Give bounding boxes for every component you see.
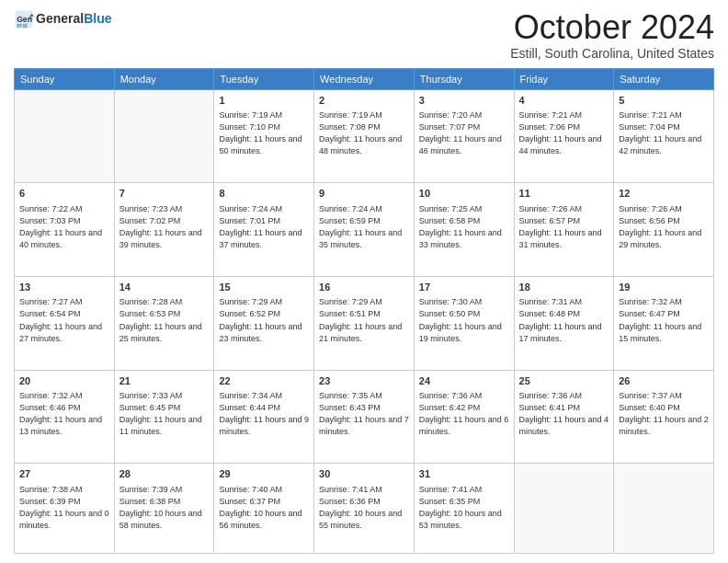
day-number: 7 — [119, 187, 210, 201]
day-number: 12 — [619, 187, 709, 201]
day-info: Sunrise: 7:29 AM Sunset: 6:51 PM Dayligh… — [319, 296, 409, 344]
day-number: 16 — [319, 281, 409, 294]
day-number: 14 — [119, 281, 210, 294]
table-row — [15, 89, 115, 183]
day-number: 2 — [319, 94, 409, 108]
table-row: 17Sunrise: 7:30 AM Sunset: 6:50 PM Dayli… — [414, 277, 514, 371]
col-wednesday: Wednesday — [314, 68, 415, 89]
table-row: 26Sunrise: 7:37 AM Sunset: 6:40 PM Dayli… — [614, 370, 714, 464]
table-row: 2Sunrise: 7:19 AM Sunset: 7:08 PM Daylig… — [314, 89, 415, 183]
day-number: 4 — [519, 94, 609, 108]
day-number: 18 — [519, 281, 609, 294]
day-info: Sunrise: 7:36 AM Sunset: 6:42 PM Dayligh… — [419, 390, 509, 438]
col-thursday: Thursday — [414, 68, 514, 89]
table-row: 31Sunrise: 7:41 AM Sunset: 6:35 PM Dayli… — [414, 464, 514, 554]
table-row: 5Sunrise: 7:21 AM Sunset: 7:04 PM Daylig… — [614, 89, 714, 183]
day-number: 9 — [319, 187, 409, 201]
table-row: 18Sunrise: 7:31 AM Sunset: 6:48 PM Dayli… — [514, 277, 614, 371]
day-info: Sunrise: 7:26 AM Sunset: 6:57 PM Dayligh… — [519, 203, 609, 251]
table-row: 4Sunrise: 7:21 AM Sunset: 7:06 PM Daylig… — [514, 89, 614, 183]
table-row: 12Sunrise: 7:26 AM Sunset: 6:56 PM Dayli… — [614, 183, 714, 277]
day-info: Sunrise: 7:20 AM Sunset: 7:07 PM Dayligh… — [419, 109, 509, 157]
table-row: 29Sunrise: 7:40 AM Sunset: 6:37 PM Dayli… — [214, 464, 314, 554]
day-number: 1 — [219, 94, 309, 108]
day-info: Sunrise: 7:38 AM Sunset: 6:39 PM Dayligh… — [19, 484, 109, 532]
logo-general-text: General — [36, 11, 84, 26]
table-row: 3Sunrise: 7:20 AM Sunset: 7:07 PM Daylig… — [414, 89, 514, 183]
logo: Gen eral GeneralBlue — [14, 9, 111, 29]
day-number: 29 — [219, 467, 309, 481]
day-info: Sunrise: 7:36 AM Sunset: 6:41 PM Dayligh… — [519, 390, 609, 438]
calendar-week-row: 27Sunrise: 7:38 AM Sunset: 6:39 PM Dayli… — [15, 464, 714, 554]
calendar-week-row: 1Sunrise: 7:19 AM Sunset: 7:10 PM Daylig… — [15, 89, 714, 183]
table-row: 16Sunrise: 7:29 AM Sunset: 6:51 PM Dayli… — [314, 277, 415, 371]
day-number: 27 — [19, 467, 109, 481]
col-monday: Monday — [114, 68, 214, 89]
table-row: 25Sunrise: 7:36 AM Sunset: 6:41 PM Dayli… — [514, 370, 614, 464]
day-info: Sunrise: 7:37 AM Sunset: 6:40 PM Dayligh… — [619, 390, 709, 438]
table-row: 7Sunrise: 7:23 AM Sunset: 7:02 PM Daylig… — [114, 183, 214, 277]
day-number: 21 — [119, 374, 210, 388]
day-info: Sunrise: 7:32 AM Sunset: 6:47 PM Dayligh… — [619, 296, 709, 344]
day-number: 26 — [619, 374, 709, 388]
day-info: Sunrise: 7:29 AM Sunset: 6:52 PM Dayligh… — [219, 296, 309, 344]
day-number: 24 — [419, 374, 509, 388]
table-row: 20Sunrise: 7:32 AM Sunset: 6:46 PM Dayli… — [15, 370, 115, 464]
day-info: Sunrise: 7:19 AM Sunset: 7:08 PM Dayligh… — [319, 109, 409, 157]
day-info: Sunrise: 7:28 AM Sunset: 6:53 PM Dayligh… — [119, 296, 210, 344]
table-row: 11Sunrise: 7:26 AM Sunset: 6:57 PM Dayli… — [514, 183, 614, 277]
calendar-week-row: 13Sunrise: 7:27 AM Sunset: 6:54 PM Dayli… — [15, 277, 714, 371]
day-number: 15 — [219, 281, 309, 294]
day-number: 23 — [319, 374, 409, 388]
calendar-week-row: 20Sunrise: 7:32 AM Sunset: 6:46 PM Dayli… — [15, 370, 714, 464]
day-info: Sunrise: 7:24 AM Sunset: 6:59 PM Dayligh… — [319, 203, 409, 251]
page: Gen eral GeneralBlue October 2024 Estill… — [0, 0, 728, 563]
day-info: Sunrise: 7:21 AM Sunset: 7:06 PM Dayligh… — [519, 109, 609, 157]
month-title: October 2024 — [510, 9, 714, 46]
table-row: 24Sunrise: 7:36 AM Sunset: 6:42 PM Dayli… — [414, 370, 514, 464]
table-row: 6Sunrise: 7:22 AM Sunset: 7:03 PM Daylig… — [15, 183, 115, 277]
day-info: Sunrise: 7:41 AM Sunset: 6:35 PM Dayligh… — [419, 484, 509, 532]
day-number: 10 — [419, 187, 509, 201]
table-row: 1Sunrise: 7:19 AM Sunset: 7:10 PM Daylig… — [214, 89, 314, 183]
day-number: 3 — [419, 94, 509, 108]
table-row: 9Sunrise: 7:24 AM Sunset: 6:59 PM Daylig… — [314, 183, 415, 277]
day-info: Sunrise: 7:32 AM Sunset: 6:46 PM Dayligh… — [19, 390, 109, 438]
day-number: 31 — [419, 467, 509, 481]
table-row: 15Sunrise: 7:29 AM Sunset: 6:52 PM Dayli… — [214, 277, 314, 371]
table-row: 23Sunrise: 7:35 AM Sunset: 6:43 PM Dayli… — [314, 370, 415, 464]
day-info: Sunrise: 7:19 AM Sunset: 7:10 PM Dayligh… — [219, 109, 309, 157]
day-number: 8 — [219, 187, 309, 201]
day-info: Sunrise: 7:35 AM Sunset: 6:43 PM Dayligh… — [319, 390, 409, 438]
title-block: October 2024 Estill, South Carolina, Uni… — [510, 9, 714, 61]
day-info: Sunrise: 7:34 AM Sunset: 6:44 PM Dayligh… — [219, 390, 309, 438]
day-info: Sunrise: 7:26 AM Sunset: 6:56 PM Dayligh… — [619, 203, 709, 251]
day-info: Sunrise: 7:22 AM Sunset: 7:03 PM Dayligh… — [19, 203, 109, 251]
day-number: 5 — [619, 94, 709, 108]
table-row: 14Sunrise: 7:28 AM Sunset: 6:53 PM Dayli… — [114, 277, 214, 371]
calendar-table: Sunday Monday Tuesday Wednesday Thursday… — [14, 68, 714, 554]
day-info: Sunrise: 7:23 AM Sunset: 7:02 PM Dayligh… — [119, 203, 210, 251]
day-number: 11 — [519, 187, 609, 201]
day-info: Sunrise: 7:41 AM Sunset: 6:36 PM Dayligh… — [319, 484, 409, 532]
day-info: Sunrise: 7:30 AM Sunset: 6:50 PM Dayligh… — [419, 296, 509, 344]
table-row: 21Sunrise: 7:33 AM Sunset: 6:45 PM Dayli… — [114, 370, 214, 464]
day-info: Sunrise: 7:31 AM Sunset: 6:48 PM Dayligh… — [519, 296, 609, 344]
day-number: 17 — [419, 281, 509, 294]
day-number: 30 — [319, 467, 409, 481]
calendar-header-row: Sunday Monday Tuesday Wednesday Thursday… — [15, 68, 714, 89]
day-info: Sunrise: 7:25 AM Sunset: 6:58 PM Dayligh… — [419, 203, 509, 251]
logo-blue-text: Blue — [84, 11, 111, 26]
calendar-week-row: 6Sunrise: 7:22 AM Sunset: 7:03 PM Daylig… — [15, 183, 714, 277]
day-info: Sunrise: 7:24 AM Sunset: 7:01 PM Dayligh… — [219, 203, 309, 251]
day-info: Sunrise: 7:39 AM Sunset: 6:38 PM Dayligh… — [119, 484, 210, 532]
table-row: 8Sunrise: 7:24 AM Sunset: 7:01 PM Daylig… — [214, 183, 314, 277]
table-row: 13Sunrise: 7:27 AM Sunset: 6:54 PM Dayli… — [15, 277, 115, 371]
col-saturday: Saturday — [614, 68, 714, 89]
svg-text:eral: eral — [17, 22, 28, 29]
day-number: 25 — [519, 374, 609, 388]
table-row: 30Sunrise: 7:41 AM Sunset: 6:36 PM Dayli… — [314, 464, 415, 554]
table-row: 19Sunrise: 7:32 AM Sunset: 6:47 PM Dayli… — [614, 277, 714, 371]
day-info: Sunrise: 7:33 AM Sunset: 6:45 PM Dayligh… — [119, 390, 210, 438]
day-number: 19 — [619, 281, 709, 294]
